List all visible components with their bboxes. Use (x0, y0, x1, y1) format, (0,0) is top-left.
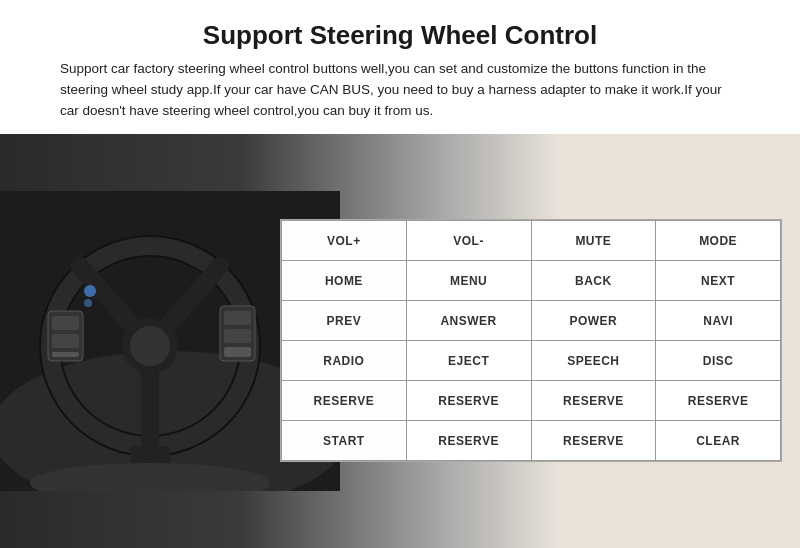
table-cell: START (282, 421, 407, 461)
table-row: PREVANSWERPOWERNAVI (282, 301, 781, 341)
table-cell: RESERVE (656, 381, 781, 421)
table-cell: MENU (406, 261, 531, 301)
table-cell: VOL+ (282, 221, 407, 261)
controls-table: VOL+VOL-MUTEMODEHOMEMENUBACKNEXTPREVANSW… (281, 220, 781, 461)
svg-rect-16 (224, 347, 251, 357)
svg-rect-14 (224, 311, 251, 325)
controls-table-container: VOL+VOL-MUTEMODEHOMEMENUBACKNEXTPREVANSW… (280, 219, 782, 462)
svg-rect-15 (224, 329, 251, 343)
table-cell: ANSWER (406, 301, 531, 341)
table-cell: POWER (531, 301, 656, 341)
table-cell: RESERVE (282, 381, 407, 421)
table-cell: NEXT (656, 261, 781, 301)
page-title: Support Steering Wheel Control (40, 20, 760, 51)
table-cell: MUTE (531, 221, 656, 261)
header-section: Support Steering Wheel Control Support c… (0, 0, 800, 134)
table-cell: NAVI (656, 301, 781, 341)
table-row: RADIOEJECTSPEECHDISC (282, 341, 781, 381)
table-cell: RESERVE (406, 381, 531, 421)
table-cell: RADIO (282, 341, 407, 381)
table-cell: SPEECH (531, 341, 656, 381)
table-row: RESERVERESERVERESERVERESERVE (282, 381, 781, 421)
table-cell: RESERVE (531, 381, 656, 421)
page: Support Steering Wheel Control Support c… (0, 0, 800, 548)
table-cell: HOME (282, 261, 407, 301)
bottom-section: VOL+VOL-MUTEMODEHOMEMENUBACKNEXTPREVANSW… (0, 134, 800, 548)
svg-rect-12 (52, 352, 79, 357)
table-row: HOMEMENUBACKNEXT (282, 261, 781, 301)
page-description: Support car factory steering wheel contr… (60, 59, 740, 122)
svg-rect-10 (52, 316, 79, 330)
table-row: STARTRESERVERESERVECLEAR (282, 421, 781, 461)
table-cell: RESERVE (406, 421, 531, 461)
table-cell: BACK (531, 261, 656, 301)
table-cell: PREV (282, 301, 407, 341)
svg-point-20 (84, 299, 92, 307)
table-row: VOL+VOL-MUTEMODE (282, 221, 781, 261)
table-cell: MODE (656, 221, 781, 261)
table-cell: VOL- (406, 221, 531, 261)
table-cell: DISC (656, 341, 781, 381)
svg-rect-11 (52, 334, 79, 348)
svg-point-19 (84, 285, 96, 297)
svg-point-8 (130, 326, 170, 366)
table-cell: RESERVE (531, 421, 656, 461)
table-cell: EJECT (406, 341, 531, 381)
table-cell: CLEAR (656, 421, 781, 461)
